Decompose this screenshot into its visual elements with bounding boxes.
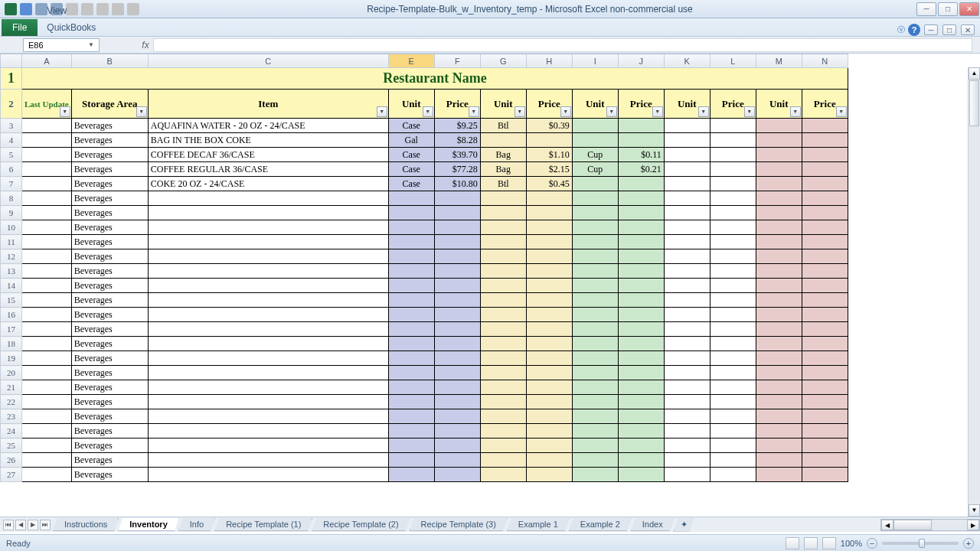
column-header-A[interactable]: A bbox=[22, 54, 72, 68]
cell-price[interactable] bbox=[434, 235, 480, 249]
filter-icon[interactable]: ▼ bbox=[652, 106, 663, 117]
row-header[interactable]: 17 bbox=[1, 322, 22, 337]
cell-price[interactable] bbox=[618, 439, 664, 453]
filter-icon[interactable]: ▼ bbox=[469, 106, 479, 117]
cell-item[interactable] bbox=[148, 322, 388, 337]
cell-unit[interactable] bbox=[664, 235, 710, 249]
cell-price[interactable] bbox=[802, 249, 848, 264]
cell-price[interactable]: $1.10 bbox=[526, 148, 572, 162]
cell[interactable] bbox=[22, 206, 72, 220]
cell-price[interactable] bbox=[618, 424, 664, 439]
cell-storage[interactable]: Beverages bbox=[71, 380, 148, 395]
cell-price[interactable] bbox=[802, 308, 848, 322]
cell-price[interactable] bbox=[434, 380, 480, 395]
cell-price[interactable] bbox=[526, 279, 572, 293]
cell-unit[interactable] bbox=[388, 191, 434, 206]
cell-item[interactable] bbox=[148, 206, 388, 220]
cell-item[interactable] bbox=[148, 308, 388, 322]
cell-storage[interactable]: Beverages bbox=[71, 264, 148, 279]
cell-price[interactable] bbox=[710, 206, 756, 220]
cell-item[interactable] bbox=[148, 191, 388, 206]
cell-price[interactable] bbox=[802, 380, 848, 395]
cell-unit[interactable] bbox=[572, 322, 618, 337]
cell-unit[interactable] bbox=[572, 177, 618, 191]
cell-price[interactable] bbox=[802, 206, 848, 220]
cell-unit[interactable] bbox=[756, 337, 802, 351]
cell-unit[interactable] bbox=[388, 279, 434, 293]
cell-price[interactable] bbox=[710, 264, 756, 279]
tab-next-icon[interactable]: ▶ bbox=[28, 520, 38, 530]
cell-unit[interactable] bbox=[480, 249, 526, 264]
cell-unit[interactable] bbox=[664, 366, 710, 380]
cell-unit[interactable] bbox=[664, 293, 710, 308]
view-page-break-icon[interactable] bbox=[822, 537, 836, 549]
column-header-K[interactable]: K bbox=[664, 54, 710, 68]
cell[interactable] bbox=[22, 395, 72, 409]
cell-unit[interactable] bbox=[572, 119, 618, 133]
fx-icon[interactable]: fx bbox=[138, 40, 153, 51]
cell[interactable] bbox=[22, 409, 72, 424]
cell-storage[interactable]: Beverages bbox=[71, 279, 148, 293]
cell-price[interactable] bbox=[802, 453, 848, 468]
cell-price[interactable] bbox=[802, 424, 848, 439]
column-header-B[interactable]: B bbox=[71, 54, 148, 68]
ribbon-close-icon[interactable]: ✕ bbox=[961, 24, 975, 35]
cell-unit[interactable] bbox=[572, 395, 618, 409]
cell-unit[interactable]: Case bbox=[388, 177, 434, 191]
column-header-N[interactable]: N bbox=[802, 54, 848, 68]
cell[interactable] bbox=[22, 453, 72, 468]
cell-item[interactable] bbox=[148, 220, 388, 235]
cell-price[interactable] bbox=[434, 351, 480, 366]
column-header-I[interactable]: I bbox=[572, 54, 618, 68]
cell-price[interactable] bbox=[710, 468, 756, 482]
cell-price[interactable]: $8.28 bbox=[434, 133, 480, 148]
cell-price[interactable] bbox=[526, 453, 572, 468]
cell-unit[interactable] bbox=[572, 133, 618, 148]
cell-price[interactable] bbox=[618, 395, 664, 409]
cell-price[interactable] bbox=[434, 337, 480, 351]
cell-storage[interactable]: Beverages bbox=[71, 177, 148, 191]
cell-unit[interactable] bbox=[388, 337, 434, 351]
cell-price[interactable]: $9.25 bbox=[434, 119, 480, 133]
cell-price[interactable] bbox=[526, 293, 572, 308]
cell-price[interactable] bbox=[802, 351, 848, 366]
cell[interactable] bbox=[22, 279, 72, 293]
cell-item[interactable] bbox=[148, 337, 388, 351]
cell-unit[interactable] bbox=[388, 409, 434, 424]
cell-price[interactable] bbox=[710, 308, 756, 322]
filter-icon[interactable]: ▼ bbox=[698, 106, 709, 117]
cell-unit[interactable] bbox=[572, 293, 618, 308]
cell[interactable] bbox=[22, 264, 72, 279]
cell-price[interactable] bbox=[434, 249, 480, 264]
row-header[interactable]: 20 bbox=[1, 366, 22, 380]
cell-unit[interactable] bbox=[388, 293, 434, 308]
cell-price[interactable] bbox=[710, 220, 756, 235]
row-header[interactable]: 16 bbox=[1, 308, 22, 322]
cell-unit[interactable] bbox=[756, 453, 802, 468]
cell-price[interactable] bbox=[526, 249, 572, 264]
cell-unit[interactable] bbox=[756, 177, 802, 191]
cell-storage[interactable]: Beverages bbox=[71, 395, 148, 409]
cell-unit[interactable] bbox=[756, 133, 802, 148]
cell-unit[interactable] bbox=[572, 235, 618, 249]
cell-item[interactable] bbox=[148, 395, 388, 409]
sheet-tab-recipe-template--2-[interactable]: Recipe Template (2) bbox=[312, 518, 410, 531]
row-header[interactable]: 26 bbox=[1, 453, 22, 468]
cell-storage[interactable]: Beverages bbox=[71, 220, 148, 235]
header-price[interactable]: Price▼ bbox=[710, 90, 756, 119]
filter-icon[interactable]: ▼ bbox=[377, 106, 387, 117]
cell-price[interactable] bbox=[710, 439, 756, 453]
cell-unit[interactable] bbox=[664, 133, 710, 148]
cell-unit[interactable]: Btl bbox=[480, 177, 526, 191]
cell-unit[interactable] bbox=[388, 424, 434, 439]
cell-price[interactable]: $0.21 bbox=[618, 162, 664, 177]
zoom-thumb[interactable] bbox=[919, 539, 925, 548]
cell-unit[interactable] bbox=[480, 279, 526, 293]
view-normal-icon[interactable] bbox=[786, 537, 799, 549]
cell-item[interactable] bbox=[148, 293, 388, 308]
cell-item[interactable] bbox=[148, 235, 388, 249]
cell-price[interactable] bbox=[618, 322, 664, 337]
cell-price[interactable] bbox=[710, 453, 756, 468]
cell-storage[interactable]: Beverages bbox=[71, 119, 148, 133]
filter-icon[interactable]: ▼ bbox=[423, 106, 433, 117]
